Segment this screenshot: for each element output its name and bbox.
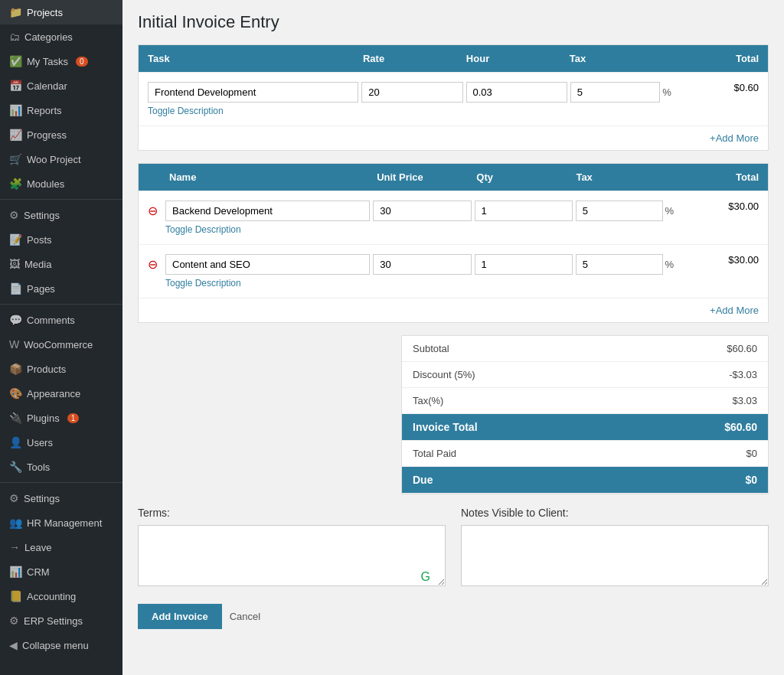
projects-label: Projects [27, 7, 63, 18]
pages-label: Pages [27, 283, 55, 295]
accounting-icon: 📒 [9, 590, 22, 602]
remove-button-0[interactable]: ⊖ [148, 204, 158, 218]
qty-col-1 [475, 254, 573, 275]
task-hour-col [466, 82, 567, 103]
hr-management-label: HR Management [27, 517, 102, 529]
task-total-0: $0.60 [675, 82, 759, 93]
percent-sign-0: % [662, 86, 671, 98]
qty-input-1[interactable] [475, 254, 573, 275]
sidebar-item-settings-project[interactable]: ⚙Settings [0, 203, 122, 227]
tax-col-1: % [576, 254, 674, 275]
tax-input-0[interactable] [570, 82, 661, 103]
comments-icon: 💬 [9, 314, 22, 326]
woocommerce-icon: W [9, 338, 19, 351]
sidebar-item-plugins[interactable]: 🔌Plugins1 [0, 406, 122, 430]
sidebar-item-woo-project[interactable]: 🛒Woo Project [0, 147, 122, 171]
sidebar-item-settings-wp[interactable]: ⚙Settings [0, 486, 122, 510]
appearance-label: Appearance [27, 388, 80, 399]
sidebar-item-categories[interactable]: 🗂Categories [0, 24, 122, 49]
subtotal-row: Subtotal $60.60 [402, 336, 768, 362]
cancel-button[interactable]: Cancel [230, 611, 260, 622]
toggle-desc-prod-0[interactable]: Toggle Description [165, 224, 370, 235]
tax-label: Tax(%) [413, 395, 443, 406]
erp-settings-icon: ⚙ [9, 615, 19, 627]
sidebar-item-posts[interactable]: 📝Posts [0, 227, 122, 252]
rate-input-0[interactable] [361, 82, 462, 103]
sidebar-item-projects[interactable]: 📁Projects [0, 0, 122, 24]
sidebar-item-tools[interactable]: 🔧Tools [0, 455, 122, 479]
total-paid-row: Total Paid $0 [402, 441, 768, 467]
sidebar-item-users[interactable]: 👤Users [0, 430, 122, 455]
settings-project-icon: ⚙ [9, 209, 19, 221]
my-tasks-badge: 0 [76, 57, 88, 67]
product-row-0: ⊖ Toggle Description % $30.00 [139, 191, 768, 244]
subtotal-value: $60.60 [727, 343, 757, 354]
total-paid-label: Total Paid [413, 448, 456, 459]
sidebar-item-crm[interactable]: 📊CRM [0, 559, 122, 584]
product-add-more-button[interactable]: +Add More [710, 305, 759, 316]
media-icon: 🖼 [9, 258, 20, 270]
sidebar-item-collapse-menu[interactable]: ◀Collapse menu [0, 633, 122, 657]
sidebar-item-erp-settings[interactable]: ⚙ERP Settings [0, 608, 122, 633]
users-icon: 👤 [9, 436, 22, 448]
tax2-col-header: Tax [576, 171, 675, 183]
product-table-header: Name Unit Price Qty Tax Total [139, 164, 768, 191]
progress-icon: 📈 [9, 129, 22, 141]
notes-textarea[interactable] [461, 525, 769, 586]
woo-project-label: Woo Project [27, 154, 81, 165]
calendar-icon: 📅 [9, 80, 22, 92]
invoice-total-label: Invoice Total [413, 421, 478, 433]
sidebar-item-hr-management[interactable]: 👥HR Management [0, 510, 122, 535]
unit-price-input-1[interactable] [373, 254, 471, 275]
crm-icon: 📊 [9, 566, 22, 578]
task-add-more-button[interactable]: +Add More [710, 132, 759, 144]
product-name-input-0[interactable] [165, 201, 370, 221]
toggle-desc-0[interactable]: Toggle Description [148, 106, 358, 116]
product-name-input-1[interactable] [165, 254, 370, 275]
toggle-desc-prod-1[interactable]: Toggle Description [165, 278, 370, 289]
tax-prod-input-1[interactable] [576, 254, 663, 275]
bottom-actions: Add Invoice Cancel [138, 604, 769, 629]
posts-icon: 📝 [9, 233, 22, 246]
settings-wp-icon: ⚙ [9, 492, 19, 504]
settings-wp-label: Settings [24, 493, 60, 504]
tax-prod-input-0[interactable] [576, 201, 663, 221]
sidebar-item-progress[interactable]: 📈Progress [0, 122, 122, 147]
sidebar-item-calendar[interactable]: 📅Calendar [0, 73, 122, 98]
invoice-total-row: Invoice Total $60.60 [402, 414, 768, 441]
qty-input-0[interactable] [475, 201, 573, 221]
unit-price-input-0[interactable] [373, 201, 471, 221]
reports-label: Reports [27, 105, 62, 116]
qty-col-header: Qty [476, 171, 576, 183]
woo-project-icon: 🛒 [9, 153, 22, 165]
calendar-label: Calendar [27, 80, 67, 92]
categories-label: Categories [24, 31, 73, 43]
add-invoice-button[interactable]: Add Invoice [138, 604, 222, 629]
task-input-0[interactable] [148, 82, 358, 103]
task-table-header: Task Rate Hour Tax Total [139, 45, 768, 72]
sidebar-item-appearance[interactable]: 🎨Appearance [0, 381, 122, 406]
sidebar-item-woocommerce[interactable]: WWooCommerce [0, 332, 122, 357]
subtotal-label: Subtotal [413, 343, 449, 354]
due-value: $0 [745, 474, 757, 486]
unit-col-header: Unit Price [377, 171, 476, 183]
sidebar-item-reports[interactable]: 📊Reports [0, 98, 122, 122]
sidebar-item-media[interactable]: 🖼Media [0, 252, 122, 276]
collapse-menu-label: Collapse menu [22, 640, 89, 651]
notes-column: Notes Visible to Client: [461, 507, 769, 589]
tax-col-0: % [576, 201, 674, 221]
prod-percent-1: % [665, 259, 675, 270]
sidebar-item-comments[interactable]: 💬Comments [0, 308, 122, 332]
sidebar-item-accounting[interactable]: 📒Accounting [0, 584, 122, 608]
sidebar-item-my-tasks[interactable]: ✅My Tasks0 [0, 49, 122, 73]
terms-textarea[interactable] [138, 525, 446, 586]
sidebar-item-products[interactable]: 📦Products [0, 357, 122, 381]
sidebar-item-leave[interactable]: →Leave [0, 535, 122, 559]
sidebar-item-modules[interactable]: 🧩Modules [0, 171, 122, 196]
sidebar-item-pages[interactable]: 📄Pages [0, 276, 122, 301]
hour-input-0[interactable] [466, 82, 567, 103]
sidebar: 📁Projects🗂Categories✅My Tasks0📅Calendar📊… [0, 0, 122, 675]
unit-price-col-1 [373, 254, 471, 275]
remove-button-1[interactable]: ⊖ [148, 257, 158, 272]
qty-col-0 [475, 201, 573, 221]
